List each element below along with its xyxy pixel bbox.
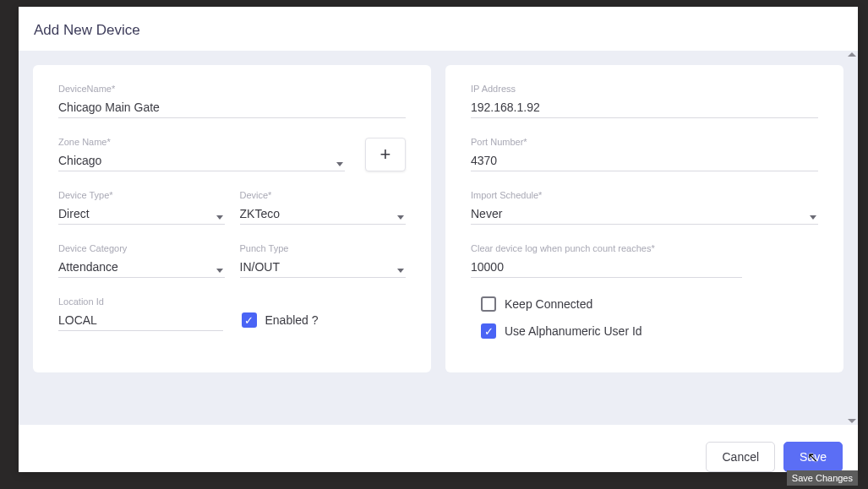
save-button[interactable]: Save — [783, 442, 843, 472]
location-id-label: Location Id — [58, 296, 223, 307]
right-card: IP Address Port Number* Import Schedule* — [445, 65, 843, 372]
clear-log-input[interactable] — [471, 257, 742, 278]
form-columns: DeviceName* Zone Name* + — [33, 65, 843, 372]
device-name-field: DeviceName* — [58, 84, 406, 118]
modal-body: DeviceName* Zone Name* + — [19, 51, 858, 425]
location-id-input[interactable] — [58, 310, 223, 331]
ip-address-label: IP Address — [471, 84, 818, 94]
port-number-label: Port Number* — [471, 137, 818, 147]
enabled-label: Enabled ? — [265, 313, 319, 327]
modal-footer: Cancel Save — [19, 425, 858, 472]
zone-name-label: Zone Name* — [58, 137, 345, 147]
enabled-checkbox[interactable]: ✓ — [242, 312, 257, 328]
plus-icon: + — [380, 144, 391, 166]
clear-log-label: Clear device log when punch count reache… — [471, 243, 742, 253]
add-device-modal: Add New Device DeviceName* Zone Name* — [19, 7, 858, 472]
keep-connected-label: Keep Connected — [505, 297, 592, 311]
cancel-button[interactable]: Cancel — [706, 442, 775, 472]
port-number-field: Port Number* — [471, 137, 818, 171]
left-card: DeviceName* Zone Name* + — [33, 65, 431, 372]
ip-address-input[interactable] — [471, 97, 818, 118]
enabled-row: ✓ Enabled ? — [242, 312, 407, 328]
device-field[interactable]: Device* — [240, 190, 407, 225]
device-name-label: DeviceName* — [58, 84, 406, 94]
location-id-field: Location Id — [58, 296, 223, 331]
alpha-user-id-checkbox[interactable]: ✓ — [481, 323, 496, 339]
ip-address-field: IP Address — [471, 84, 818, 118]
import-schedule-field[interactable]: Import Schedule* — [471, 190, 818, 225]
check-icon: ✓ — [484, 326, 494, 337]
scroll-down-icon[interactable] — [848, 419, 856, 423]
device-category-select[interactable] — [58, 257, 225, 278]
device-category-field[interactable]: Device Category — [58, 243, 225, 278]
scroll-up-icon[interactable] — [848, 52, 856, 57]
device-type-label: Device Type* — [58, 190, 225, 200]
import-schedule-select[interactable] — [471, 204, 818, 225]
keep-connected-row: Keep Connected — [481, 296, 818, 312]
device-type-field[interactable]: Device Type* — [58, 190, 225, 225]
zone-name-field[interactable]: Zone Name* — [58, 137, 345, 171]
modal-title: Add New Device — [34, 22, 843, 39]
import-schedule-label: Import Schedule* — [471, 190, 818, 200]
port-number-input[interactable] — [471, 150, 818, 171]
alpha-user-id-label: Use Alphanumeric User Id — [505, 324, 642, 338]
device-label: Device* — [240, 190, 407, 200]
punch-type-label: Punch Type — [240, 243, 407, 253]
device-name-input[interactable] — [58, 97, 406, 118]
device-category-label: Device Category — [58, 243, 225, 253]
punch-type-field[interactable]: Punch Type — [240, 243, 407, 278]
zone-name-select[interactable] — [58, 150, 345, 171]
device-select[interactable] — [240, 204, 407, 225]
check-icon: ✓ — [244, 315, 254, 326]
add-zone-button[interactable]: + — [365, 138, 406, 171]
modal-header: Add New Device — [19, 7, 858, 51]
keep-connected-checkbox[interactable] — [481, 296, 496, 312]
alpha-user-id-row: ✓ Use Alphanumeric User Id — [481, 323, 818, 339]
device-type-select[interactable] — [58, 204, 225, 225]
clear-log-field: Clear device log when punch count reache… — [471, 243, 742, 278]
save-tooltip: Save Changes — [787, 470, 858, 486]
punch-type-select[interactable] — [240, 257, 407, 278]
